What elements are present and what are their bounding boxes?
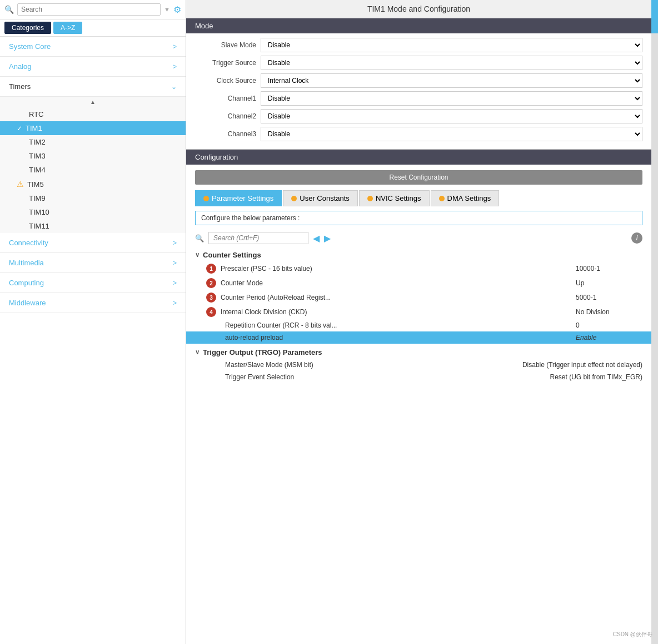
sidebar-item-tim11[interactable]: TIM11 (0, 219, 186, 233)
tree-item-auto-reload[interactable]: auto-reload preload Enable (186, 331, 651, 344)
tree-item-prescaler[interactable]: 1 Prescaler (PSC - 16 bits value) 10000-… (195, 261, 642, 276)
sidebar-item-rtc[interactable]: RTC (0, 107, 186, 121)
warning-icon: ⚠ (17, 180, 24, 189)
sidebar-item-analog[interactable]: Analog > (0, 57, 186, 77)
tree-item-counter-period[interactable]: 3 Counter Period (AutoReload Regist... 5… (195, 290, 642, 305)
num-badge-1: 1 (206, 264, 216, 274)
param-name-master-slave: Master/Slave Mode (MSM bit) (225, 361, 518, 369)
sidebar-item-multimedia[interactable]: Multimedia > (0, 253, 186, 273)
slave-mode-select[interactable]: Disable (261, 38, 642, 52)
next-arrow-icon[interactable]: ▶ (324, 233, 331, 244)
info-icon[interactable]: i (631, 232, 642, 244)
param-hint: Configure the below parameters : (195, 211, 642, 225)
tab-user-constants[interactable]: User Constants (283, 190, 358, 206)
up-arrow-icon: ▲ (0, 97, 186, 107)
sidebar-item-timers[interactable]: Timers ⌄ (0, 77, 186, 97)
tab-dma-settings[interactable]: DMA Settings (431, 190, 500, 206)
dma-settings-dot (439, 196, 445, 201)
params-tree: ∨ Counter Settings 1 Prescaler (PSC - 16… (186, 249, 651, 644)
tab-parameter-settings[interactable]: Parameter Settings (195, 190, 282, 206)
tree-item-trigger-event[interactable]: Trigger Event Selection Reset (UG bit fr… (195, 371, 642, 383)
prev-arrow-icon[interactable]: ◀ (313, 233, 320, 244)
gear-icon[interactable]: ⚙ (173, 4, 181, 15)
trigger-source-select-wrap: Disable (261, 56, 642, 70)
params-search-bar: 🔍 ◀ ▶ i (186, 230, 651, 246)
sidebar-item-tim4[interactable]: TIM4 (0, 163, 186, 177)
field-row-slave-mode: Slave Mode Disable (195, 38, 642, 52)
scrollbar[interactable] (651, 0, 658, 644)
mode-fields: Slave Mode Disable Trigger Source Disabl… (186, 33, 651, 149)
channel1-select[interactable]: Disable (261, 91, 642, 106)
counter-settings-group: ∨ Counter Settings (195, 249, 642, 261)
param-value-counter-period: 5000-1 (576, 294, 642, 301)
param-name-counter-period: Counter Period (AutoReload Regist... (221, 294, 571, 301)
search-bar: 🔍 ▼ ⚙ (0, 0, 186, 19)
chevron-right-icon: > (173, 299, 177, 307)
param-value-clock-division: No Division (576, 308, 642, 316)
sidebar-item-tim1[interactable]: ✓ TIM1 (0, 121, 186, 135)
slave-mode-select-wrap: Disable (261, 38, 642, 52)
sidebar: 🔍 ▼ ⚙ Categories A->Z System Core > Anal… (0, 0, 186, 644)
param-name-counter-mode: Counter Mode (221, 279, 571, 287)
sidebar-item-system-core[interactable]: System Core > (0, 37, 186, 57)
trigger-output-group: ∨ Trigger Output (TRGO) Parameters (195, 346, 642, 359)
param-settings-dot (203, 196, 209, 201)
channel2-select[interactable]: Disable (261, 109, 642, 123)
timers-submenu: ▲ RTC ✓ TIM1 TIM2 (0, 97, 186, 233)
right-panel: TIM1 Mode and Configuration Mode Slave M… (186, 0, 651, 644)
collapse-icon[interactable]: ∨ (195, 251, 200, 259)
sidebar-item-tim5[interactable]: ⚠ TIM5 (0, 177, 186, 191)
slave-mode-label: Slave Mode (195, 41, 256, 49)
search-small-icon: 🔍 (195, 234, 204, 242)
mode-section: Mode Slave Mode Disable Trigger Source D… (186, 18, 651, 150)
trigger-source-select[interactable]: Disable (261, 56, 642, 70)
mode-header: Mode (186, 18, 651, 33)
sidebar-item-tim10[interactable]: TIM10 (0, 205, 186, 219)
channel1-select-wrap: Disable (261, 91, 642, 106)
channel3-select-wrap: Disable (261, 127, 642, 141)
chevron-down-icon: ⌄ (171, 83, 177, 91)
trigger-source-label: Trigger Source (195, 59, 256, 67)
field-row-clock-source: Clock Source Internal Clock (195, 73, 642, 88)
scrollbar-thumb[interactable] (651, 0, 658, 33)
sidebar-item-tim3[interactable]: TIM3 (0, 149, 186, 163)
chevron-right-icon: > (173, 279, 177, 287)
panel-title: TIM1 Mode and Configuration (186, 0, 651, 18)
channel2-select-wrap: Disable (261, 109, 642, 123)
param-name-auto-reload: auto-reload preload (225, 334, 571, 341)
chevron-right-icon: > (173, 239, 177, 247)
search-input[interactable] (17, 3, 161, 16)
sidebar-item-connectivity[interactable]: Connectivity > (0, 233, 186, 253)
field-row-channel2: Channel2 Disable (195, 109, 642, 123)
chevron-right-icon: > (173, 259, 177, 267)
sidebar-item-computing[interactable]: Computing > (0, 273, 186, 293)
sidebar-item-tim2[interactable]: TIM2 (0, 135, 186, 149)
field-row-trigger-source: Trigger Source Disable (195, 56, 642, 70)
chevron-right-icon: > (173, 63, 177, 71)
field-row-channel1: Channel1 Disable (195, 91, 642, 106)
tab-nvic-settings[interactable]: NVIC Settings (359, 190, 430, 206)
nav-list: System Core > Analog > Timers ⌄ ▲ RTC (0, 37, 186, 644)
param-name-prescaler: Prescaler (PSC - 16 bits value) (221, 265, 571, 273)
tree-item-counter-mode[interactable]: 2 Counter Mode Up (195, 276, 642, 290)
clock-source-select-wrap: Internal Clock (261, 73, 642, 88)
tree-item-master-slave[interactable]: Master/Slave Mode (MSM bit) Disable (Tri… (195, 359, 642, 371)
tree-item-clock-division[interactable]: 4 Internal Clock Division (CKD) No Divis… (195, 305, 642, 319)
tab-az[interactable]: A->Z (53, 22, 82, 34)
param-value-repetition-counter: 0 (576, 321, 642, 329)
sidebar-item-middleware[interactable]: Middleware > (0, 293, 186, 313)
channel3-label: Channel3 (195, 130, 256, 138)
collapse-icon-trigger[interactable]: ∨ (195, 349, 200, 356)
param-name-trigger-event: Trigger Event Selection (225, 373, 546, 381)
sidebar-item-tim9[interactable]: TIM9 (0, 191, 186, 205)
num-badge-3: 3 (206, 293, 216, 303)
user-constants-dot (291, 196, 297, 201)
param-value-trigger-event: Reset (UG bit from TIMx_EGR) (550, 373, 642, 381)
params-search-input[interactable] (208, 232, 308, 244)
clock-source-select[interactable]: Internal Clock (261, 73, 642, 88)
check-icon: ✓ (17, 125, 22, 132)
channel3-select[interactable]: Disable (261, 127, 642, 141)
tree-item-repetition-counter[interactable]: Repetition Counter (RCR - 8 bits val... … (195, 319, 642, 331)
reset-configuration-button[interactable]: Reset Configuration (195, 170, 642, 185)
tab-categories[interactable]: Categories (4, 22, 51, 34)
